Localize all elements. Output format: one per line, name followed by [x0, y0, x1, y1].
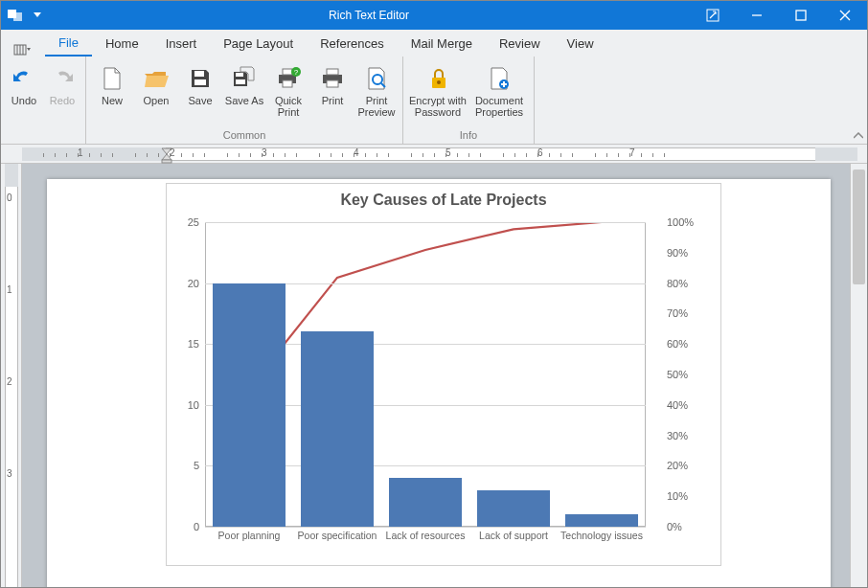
- x-category-label: Poor specification: [298, 527, 377, 541]
- svg-rect-19: [327, 69, 338, 75]
- vertical-scrollbar[interactable]: [850, 164, 867, 588]
- svg-rect-12: [236, 79, 245, 84]
- quick-print-icon: ?: [273, 64, 304, 93]
- workspace: 0123 Key Causes of Late Projects 0510152…: [1, 164, 867, 588]
- chart-bar: [301, 331, 373, 527]
- y2-tick: 10%: [667, 490, 688, 502]
- ribbon-body: Undo Redo New Open Save: [1, 57, 867, 145]
- svg-point-24: [437, 80, 441, 84]
- tab-file[interactable]: File: [45, 30, 92, 57]
- horizontal-ruler[interactable]: 1234567: [1, 145, 867, 164]
- y1-tick: 20: [188, 278, 199, 289]
- svg-rect-1: [13, 12, 22, 21]
- tab-mail-merge[interactable]: Mail Merge: [398, 30, 486, 57]
- doc-properties-icon: [484, 64, 514, 93]
- undo-icon: [9, 64, 39, 93]
- y2-tick: 40%: [667, 399, 688, 411]
- save-icon: [185, 64, 216, 93]
- redo-icon: [47, 64, 78, 93]
- quick-print-button[interactable]: ? Quick Print: [266, 60, 310, 127]
- scrollbar-thumb[interactable]: [853, 170, 865, 284]
- svg-rect-11: [236, 73, 243, 77]
- print-preview-button[interactable]: Print Preview: [354, 60, 399, 127]
- new-icon: [97, 64, 127, 93]
- svg-rect-28: [162, 160, 171, 163]
- chart-bar: [565, 514, 637, 527]
- ribbon-tab-strip: File Home Insert Page Layout References …: [1, 30, 867, 57]
- y2-tick: 30%: [667, 430, 688, 441]
- y1-tick: 5: [194, 460, 199, 471]
- quick-dropdown-icon[interactable]: [28, 1, 47, 30]
- save-as-icon: [229, 64, 260, 93]
- y2-tick: 0%: [667, 521, 682, 532]
- print-icon: [317, 64, 348, 93]
- y2-tick: 50%: [667, 369, 688, 380]
- document-canvas[interactable]: Key Causes of Late Projects 05101520250%…: [22, 164, 850, 588]
- tab-page-layout[interactable]: Page Layout: [210, 30, 307, 57]
- chart-title: Key Causes of Late Projects: [167, 184, 720, 211]
- chart-bar: [213, 283, 285, 527]
- chart-bar: [477, 490, 549, 527]
- app-logo-icon: [7, 6, 24, 26]
- undo-button[interactable]: Undo: [5, 60, 43, 127]
- new-button[interactable]: New: [90, 60, 134, 127]
- tab-insert[interactable]: Insert: [152, 30, 211, 57]
- y2-tick: 100%: [667, 216, 694, 228]
- window-title: Rich Text Editor: [47, 9, 691, 22]
- save-button[interactable]: Save: [178, 60, 222, 127]
- embedded-chart: Key Causes of Late Projects 05101520250%…: [166, 183, 721, 566]
- svg-rect-15: [283, 80, 292, 87]
- y1-tick: 15: [188, 338, 199, 350]
- tab-home[interactable]: Home: [92, 30, 152, 57]
- y2-tick: 20%: [667, 460, 688, 471]
- group-info-label: Info: [403, 127, 534, 144]
- group-common-label: Common: [86, 127, 402, 144]
- y1-tick: 10: [188, 399, 199, 411]
- undo-label: Undo: [11, 95, 36, 106]
- y2-tick: 60%: [667, 338, 688, 350]
- svg-text:?: ?: [294, 68, 299, 77]
- redo-label: Redo: [50, 95, 75, 106]
- minimize-button[interactable]: [735, 1, 779, 30]
- svg-rect-14: [283, 69, 292, 75]
- lock-icon: [423, 64, 453, 93]
- document-properties-button[interactable]: Document Properties: [468, 60, 530, 127]
- y2-tick: 80%: [667, 278, 688, 289]
- open-icon: [141, 64, 171, 93]
- redo-button[interactable]: Redo: [43, 60, 81, 127]
- svg-rect-20: [327, 80, 338, 87]
- x-category-label: Lack of resources: [386, 527, 466, 541]
- collapse-ribbon-icon[interactable]: [854, 131, 863, 142]
- encrypt-password-button[interactable]: Encrypt with Password: [407, 60, 468, 127]
- x-category-label: Poor planning: [218, 527, 281, 541]
- open-button[interactable]: Open: [134, 60, 178, 127]
- y2-tick: 70%: [667, 307, 688, 319]
- print-button[interactable]: Print: [310, 60, 354, 127]
- vertical-ruler[interactable]: 0123: [1, 164, 22, 588]
- chart-bar: [389, 478, 461, 527]
- y1-tick: 0: [194, 521, 199, 532]
- title-bar: Rich Text Editor: [1, 1, 867, 30]
- ruler-view-button[interactable]: [1, 43, 45, 57]
- save-as-button[interactable]: Save As: [222, 60, 266, 127]
- close-button[interactable]: [823, 1, 867, 30]
- svg-rect-9: [194, 71, 204, 77]
- svg-rect-10: [194, 79, 206, 85]
- svg-rect-4: [796, 11, 806, 20]
- tab-review[interactable]: Review: [486, 30, 554, 57]
- y1-tick: 25: [188, 216, 199, 228]
- x-category-label: Technology issues: [560, 527, 643, 541]
- print-preview-icon: [361, 64, 392, 93]
- ribbon-options-icon[interactable]: [691, 1, 735, 30]
- x-category-label: Lack of support: [479, 527, 548, 541]
- document-page: Key Causes of Late Projects 05101520250%…: [47, 179, 831, 588]
- chart-plot-area: 05101520250%10%20%30%40%50%60%70%80%90%1…: [205, 222, 646, 527]
- maximize-button[interactable]: [779, 1, 823, 30]
- tab-view[interactable]: View: [554, 30, 607, 57]
- tab-references[interactable]: References: [307, 30, 397, 57]
- svg-rect-27: [501, 83, 507, 85]
- y2-tick: 90%: [667, 247, 688, 259]
